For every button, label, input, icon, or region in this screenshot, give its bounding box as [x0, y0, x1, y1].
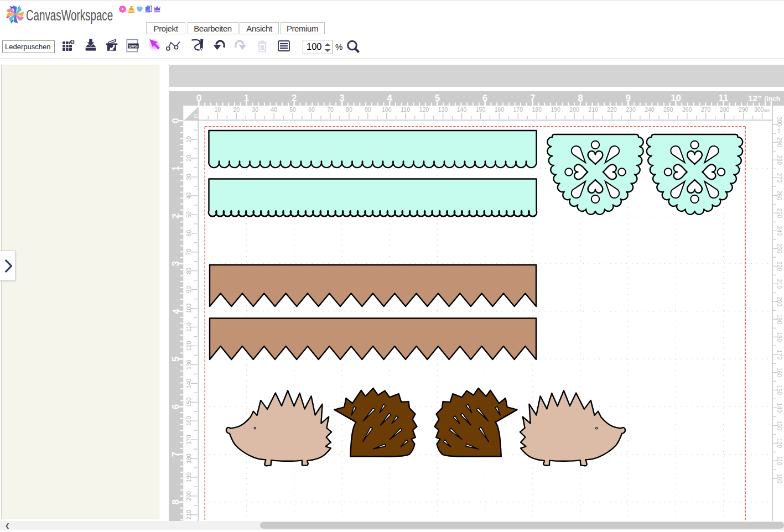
svg-text:290: 290	[739, 106, 749, 113]
svg-text:130: 130	[185, 359, 192, 369]
svg-text:80: 80	[346, 106, 352, 113]
svg-text:180: 180	[532, 106, 542, 113]
svg-text:280: 280	[776, 155, 783, 165]
svg-text:220: 220	[776, 262, 783, 272]
svg-text:120: 120	[776, 439, 783, 448]
svg-text:290: 290	[776, 138, 783, 148]
svg-text:60: 60	[185, 230, 192, 237]
svg-text:170: 170	[776, 350, 783, 360]
svg-text:150: 150	[776, 385, 783, 395]
svg-text:230: 230	[776, 244, 783, 254]
svg-text:110: 110	[776, 456, 783, 466]
svg-text:220: 220	[607, 106, 617, 113]
svg-text:250: 250	[776, 208, 783, 218]
svg-text:30: 30	[252, 106, 258, 113]
svg-text:160: 160	[185, 416, 192, 426]
svg-text:110: 110	[401, 106, 410, 113]
svg-text:180: 180	[185, 453, 192, 463]
svg-text:50: 50	[289, 106, 296, 113]
svg-text:140: 140	[185, 378, 192, 388]
svg-text:170: 170	[513, 106, 523, 113]
svg-text:130: 130	[776, 421, 783, 431]
svg-text:250: 250	[663, 106, 673, 113]
svg-text:230: 230	[626, 106, 636, 113]
svg-text:150: 150	[476, 106, 486, 113]
svg-text:120: 120	[419, 106, 429, 113]
svg-text:100: 100	[382, 106, 392, 113]
svg-text:20: 20	[233, 106, 240, 113]
svg-text:90: 90	[365, 106, 371, 113]
svg-text:190: 190	[776, 315, 783, 325]
svg-text:190: 190	[185, 472, 192, 482]
svg-text:40: 40	[185, 192, 192, 199]
svg-text:12” (inch: 12” (inch	[748, 93, 780, 103]
svg-text:100: 100	[185, 304, 192, 314]
svg-text:70: 70	[185, 249, 192, 255]
svg-text:120: 120	[185, 341, 192, 351]
svg-text:160: 160	[776, 368, 783, 378]
svg-text:210: 210	[588, 106, 598, 113]
svg-text:160: 160	[495, 106, 505, 113]
svg-text:10: 10	[185, 136, 192, 143]
svg-text:200: 200	[569, 106, 579, 113]
svg-text:130: 130	[438, 106, 448, 113]
svg-text:60: 60	[308, 106, 315, 113]
svg-text:240: 240	[645, 106, 655, 113]
svg-text:10: 10	[214, 106, 221, 113]
svg-text:40: 40	[271, 106, 277, 113]
svg-text:200: 200	[185, 491, 192, 501]
svg-text:280: 280	[720, 106, 730, 113]
svg-text:140: 140	[776, 403, 783, 413]
svg-text:100: 100	[776, 474, 783, 484]
svg-text:20: 20	[185, 155, 192, 161]
svg-text:200: 200	[776, 297, 783, 307]
svg-text:190: 190	[551, 106, 560, 113]
svg-text:260: 260	[776, 191, 783, 201]
svg-text:180: 180	[776, 332, 783, 342]
svg-text:110: 110	[185, 322, 192, 332]
svg-text:150: 150	[185, 397, 192, 407]
svg-text:80: 80	[185, 268, 192, 274]
svg-text:70: 70	[327, 106, 334, 113]
svg-text:210: 210	[185, 510, 192, 520]
svg-text:170: 170	[185, 435, 192, 445]
svg-text:260: 260	[682, 106, 692, 113]
svg-text:90: 90	[185, 286, 192, 293]
svg-text:210: 210	[776, 279, 783, 289]
svg-text:50: 50	[185, 211, 192, 218]
svg-text:270: 270	[776, 173, 783, 183]
svg-text:30: 30	[185, 174, 192, 180]
svg-text:240: 240	[776, 226, 783, 236]
svg-text:270: 270	[701, 106, 711, 113]
svg-text:140: 140	[457, 106, 467, 113]
